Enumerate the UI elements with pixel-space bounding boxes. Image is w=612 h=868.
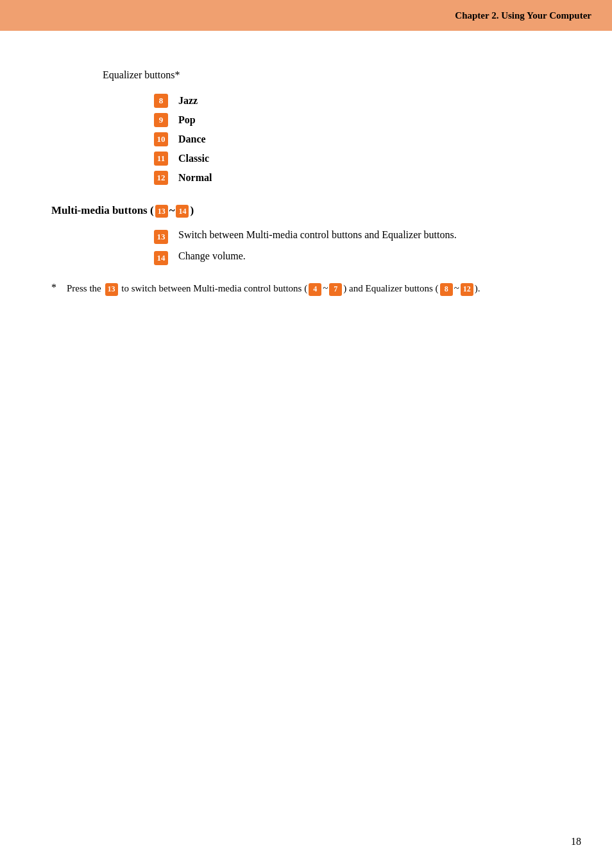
mm-item-13-text: Switch between Multi-media control butto…: [178, 229, 457, 241]
badge-14: 14: [154, 251, 168, 265]
header-bar: Chapter 2. Using Your Computer: [0, 0, 612, 31]
list-item: 9 Pop: [154, 113, 561, 127]
list-item: 13 Switch between Multi-media control bu…: [154, 229, 561, 244]
list-item: 8 Jazz: [154, 94, 561, 108]
eq-normal-label: Normal: [178, 172, 212, 184]
eq-pop-label: Pop: [178, 114, 196, 126]
mm-heading-tilde: ~: [169, 204, 175, 216]
badge-8: 8: [154, 94, 168, 108]
badge-14-heading: 14: [176, 205, 189, 218]
footnote-star: *: [51, 282, 56, 293]
multimedia-list: 13 Switch between Multi-media control bu…: [154, 229, 561, 265]
badge-9: 9: [154, 113, 168, 127]
badge-13: 13: [154, 230, 168, 244]
badge-11: 11: [154, 152, 168, 166]
page-number: 18: [571, 836, 581, 847]
badge-12: 12: [154, 171, 168, 185]
equalizer-intro: Equalizer buttons*: [103, 69, 561, 81]
badge-7-footnote: 7: [329, 283, 342, 296]
badge-12-footnote: 12: [461, 283, 473, 296]
list-item: 12 Normal: [154, 171, 561, 185]
list-item: 14 Change volume.: [154, 250, 561, 265]
badge-10: 10: [154, 132, 168, 146]
footnote-text: Press the 13 to switch between Multi-med…: [67, 281, 480, 297]
multimedia-section: Multi-media buttons (13~14) 13 Switch be…: [51, 204, 561, 265]
list-item: 10 Dance: [154, 132, 561, 146]
badge-4-footnote: 4: [309, 283, 321, 296]
eq-dance-label: Dance: [178, 134, 206, 145]
badge-13-heading: 13: [155, 205, 168, 218]
badge-8-footnote: 8: [440, 283, 453, 296]
badge-13-footnote: 13: [105, 283, 118, 296]
header-title: Chapter 2. Using Your Computer: [455, 10, 591, 21]
mm-heading-suffix: ): [190, 204, 194, 216]
equalizer-list: 8 Jazz 9 Pop 10 Dance 11 Classic 12 Norm…: [154, 94, 561, 185]
multimedia-heading: Multi-media buttons (13~14): [51, 204, 561, 218]
eq-classic-label: Classic: [178, 153, 209, 164]
list-item: 11 Classic: [154, 152, 561, 166]
footnote-row: * Press the 13 to switch between Multi-m…: [51, 281, 561, 297]
mm-heading-prefix: Multi-media buttons (: [51, 204, 154, 216]
content-area: Equalizer buttons* 8 Jazz 9 Pop 10 Dance…: [0, 31, 612, 336]
eq-jazz-label: Jazz: [178, 95, 198, 107]
mm-item-14-text: Change volume.: [178, 250, 246, 262]
